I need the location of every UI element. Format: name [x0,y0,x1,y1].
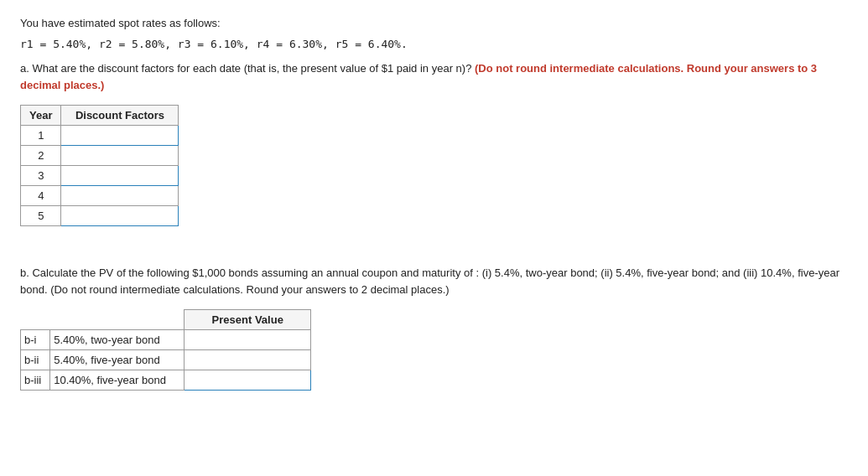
b-i-desc: 5.40%, two-year bond [50,330,185,350]
present-value-table: Present Value b-i 5.40%, two-year bond b… [20,309,311,391]
b-iii-pv-input[interactable] [193,374,302,386]
table-row: b-iii 10.40%, five-year bond [21,370,311,391]
question-a-suffix: )? [462,62,475,75]
year-4-input-cell[interactable] [61,186,179,206]
b-ii-pv-input[interactable] [193,354,302,366]
b-i-input-cell[interactable] [185,330,311,350]
year-1-input-cell[interactable] [61,126,179,146]
b-ii-desc: 5.40%, five-year bond [50,350,185,370]
discount-factors-table: Year Discount Factors 1 2 3 4 [20,105,179,226]
table-row: 4 [21,186,179,206]
question-a: a. What are the discount factors for eac… [20,60,848,93]
year-5-discount-input[interactable] [74,210,166,222]
year-4-discount-input[interactable] [74,189,166,202]
year-3-input-cell[interactable] [61,166,179,186]
question-a-prefix: a. What are the discount factors for eac… [20,62,456,75]
question-b: b. Calculate the PV of the following $1,… [20,265,848,298]
table-row: 2 [21,146,179,166]
year-1-discount-input[interactable] [74,129,166,142]
year-1-label: 1 [21,126,61,146]
table-row: b-i 5.40%, two-year bond [21,330,311,350]
spot-rates: r1 = 5.40%, r2 = 5.80%, r3 = 6.10%, r4 =… [20,38,848,50]
intro-text: You have estimated spot rates as follows… [20,17,848,29]
b-i-label: b-i [21,330,50,350]
table-a-col2-header: Discount Factors [61,106,179,126]
year-4-label: 4 [21,186,61,206]
table-a-col1-header: Year [21,106,61,126]
year-3-discount-input[interactable] [74,169,166,182]
b-ii-label: b-ii [21,350,50,370]
b-ii-input-cell[interactable] [185,350,311,370]
year-3-label: 3 [21,166,61,186]
year-5-input-cell[interactable] [61,206,179,226]
question-a-n: n [456,62,462,75]
table-row: 3 [21,166,179,186]
year-2-discount-input[interactable] [74,149,166,162]
b-iii-label: b-iii [21,370,50,391]
table-b-empty-header2 [50,310,185,330]
table-b-empty-header1 [21,310,50,330]
table-b-pv-header: Present Value [185,310,311,330]
b-iii-input-cell[interactable] [185,370,311,391]
table-row: 5 [21,206,179,226]
b-i-pv-input[interactable] [193,334,302,346]
year-5-label: 5 [21,206,61,226]
b-iii-desc: 10.40%, five-year bond [50,370,185,391]
year-2-label: 2 [21,146,61,166]
year-2-input-cell[interactable] [61,146,179,166]
table-row: 1 [21,126,179,146]
table-row: b-ii 5.40%, five-year bond [21,350,311,370]
question-b-note: (Do not round intermediate calculations.… [50,283,449,296]
